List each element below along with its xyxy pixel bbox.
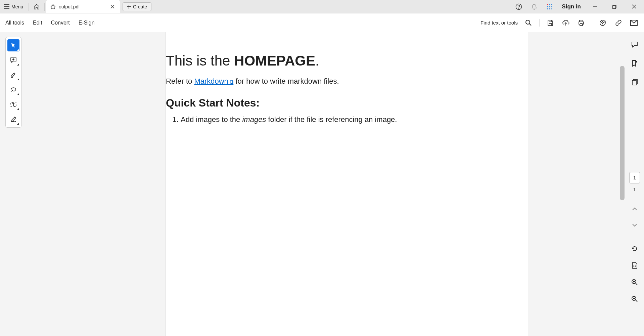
maximize-button[interactable] — [607, 0, 622, 13]
save-button[interactable] — [546, 18, 555, 28]
esign-menu[interactable]: E-Sign — [79, 20, 95, 26]
separator — [44, 3, 45, 11]
svg-text:1:1: 1:1 — [633, 265, 636, 267]
bookmarks-panel-button[interactable] — [629, 57, 641, 69]
bookmark-icon — [631, 59, 638, 67]
svg-point-1 — [518, 8, 519, 9]
thumbnails-panel-button[interactable] — [629, 76, 641, 88]
svg-rect-6 — [549, 6, 550, 7]
menu-button[interactable]: Menu — [0, 0, 27, 13]
zoom-controls: 1:1 — [629, 243, 641, 305]
cloud-upload-icon — [562, 19, 569, 26]
email-button[interactable] — [629, 18, 639, 28]
apps-button[interactable] — [544, 1, 555, 12]
apps-grid-icon — [547, 4, 553, 10]
close-window-button[interactable] — [627, 0, 641, 13]
next-page-button[interactable] — [629, 219, 641, 231]
help-icon — [515, 3, 522, 10]
tab-close-button[interactable] — [109, 3, 116, 10]
sign-tool[interactable] — [7, 113, 19, 125]
markdown-link[interactable]: Markdown ⧉ — [194, 77, 233, 85]
li-post: folder if the file is referencing an ima… — [266, 115, 397, 124]
create-button[interactable]: Create — [123, 2, 151, 11]
fit-page-icon: 1:1 — [631, 262, 638, 269]
document-viewport[interactable]: This is the HOMEPAGE. Refer to Markdown … — [21, 32, 625, 336]
svg-point-12 — [526, 20, 530, 24]
home-button[interactable] — [30, 0, 43, 13]
list-item: Add images to the images folder if the f… — [181, 115, 514, 124]
notifications-button[interactable] — [529, 1, 540, 12]
hamburger-icon — [4, 4, 9, 9]
save-icon — [547, 19, 554, 26]
rotate-icon — [631, 245, 638, 252]
titlebar-left: Menu output.pdf Create — [0, 0, 151, 13]
svg-rect-3 — [549, 4, 550, 5]
svg-rect-8 — [547, 8, 548, 9]
svg-rect-10 — [551, 8, 552, 9]
zoom-out-icon — [631, 296, 638, 302]
home-icon — [34, 4, 40, 10]
document-page: This is the HOMEPAGE. Refer to Markdown … — [166, 32, 528, 336]
select-tool[interactable] — [7, 39, 19, 51]
comments-panel-button[interactable] — [629, 38, 641, 50]
maximize-icon — [612, 5, 616, 9]
zoom-in-button[interactable] — [629, 276, 641, 288]
email-icon — [630, 20, 638, 26]
document-tab[interactable]: output.pdf — [46, 0, 120, 13]
bell-icon — [531, 3, 538, 10]
prev-page-button[interactable] — [629, 203, 641, 215]
all-tools-menu[interactable]: All tools — [5, 20, 24, 26]
comment-tool[interactable] — [7, 54, 19, 66]
li-pre: Add images to the — [181, 115, 242, 124]
p1-post: for how to write markdown files. — [233, 77, 339, 85]
doc-heading-1: This is the HOMEPAGE. — [166, 53, 514, 69]
find-button[interactable] — [524, 18, 533, 28]
minimize-icon — [593, 5, 597, 9]
text-box-tool[interactable] — [7, 98, 19, 111]
signin-button[interactable]: Sign in — [560, 3, 583, 10]
cloud-upload-button[interactable] — [561, 18, 570, 28]
comment-plus-icon — [10, 57, 17, 64]
find-label[interactable]: Find text or tools — [480, 20, 518, 26]
dropdown-corner-icon — [17, 123, 19, 125]
external-link-icon: ⧉ — [228, 79, 233, 85]
text-box-icon — [10, 101, 17, 108]
chevron-down-icon — [632, 223, 637, 227]
minimize-button[interactable] — [588, 0, 602, 13]
toolbar-right: Find text or tools — [480, 18, 639, 28]
print-button[interactable] — [577, 18, 586, 28]
close-icon — [110, 5, 114, 9]
li-italic: images — [242, 115, 266, 124]
scrollbar-thumb[interactable] — [620, 66, 625, 200]
doc-heading-2: Quick Start Notes: — [166, 97, 514, 109]
dropdown-corner-icon — [17, 93, 19, 95]
sparkle-plus-icon — [599, 19, 607, 27]
separator — [539, 19, 540, 27]
star-icon[interactable] — [50, 4, 56, 10]
p1-pre: Refer to — [166, 77, 194, 85]
svg-rect-9 — [549, 8, 550, 9]
page-indicator: 1 1 — [629, 172, 640, 192]
svg-rect-2 — [547, 4, 548, 5]
page-total: 1 — [633, 187, 636, 192]
edit-menu[interactable]: Edit — [33, 20, 42, 26]
rotate-button[interactable] — [629, 243, 641, 255]
dropdown-corner-icon — [17, 49, 19, 51]
svg-rect-5 — [547, 6, 548, 7]
toolbar: All tools Edit Convert E-Sign Find text … — [0, 13, 644, 32]
ai-assistant-button[interactable] — [598, 18, 608, 28]
zoom-out-button[interactable] — [629, 293, 641, 305]
link-button[interactable] — [614, 18, 623, 28]
signature-icon — [10, 116, 17, 123]
page-rule — [166, 39, 514, 39]
svg-rect-16 — [632, 80, 636, 85]
highlight-tool[interactable] — [7, 69, 19, 81]
svg-rect-7 — [551, 6, 552, 7]
convert-menu[interactable]: Convert — [51, 20, 70, 26]
page-number-input[interactable]: 1 — [629, 172, 640, 183]
search-icon — [525, 19, 532, 26]
help-button[interactable] — [513, 1, 524, 12]
chevron-up-icon — [632, 207, 637, 211]
draw-freeform-tool[interactable] — [7, 84, 19, 96]
fit-page-button[interactable]: 1:1 — [629, 259, 641, 271]
